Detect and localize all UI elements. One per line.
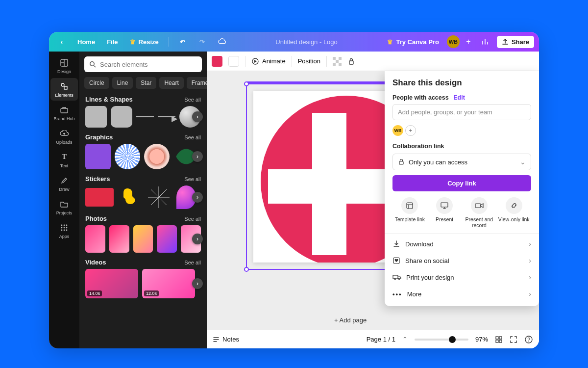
- photo-thumb[interactable]: [109, 225, 129, 253]
- see-all-link[interactable]: See all: [184, 176, 201, 182]
- shape-square[interactable]: [85, 106, 107, 128]
- grid-view-button[interactable]: [495, 336, 503, 343]
- lock-button[interactable]: [347, 57, 355, 65]
- redo-button[interactable]: ↷: [195, 36, 210, 48]
- share-button[interactable]: Share: [497, 36, 534, 48]
- zoom-value[interactable]: 97%: [475, 336, 488, 343]
- zoom-slider[interactable]: [415, 339, 468, 341]
- back-button[interactable]: ‹: [54, 36, 70, 48]
- quick-label: Template link: [395, 216, 425, 222]
- svg-rect-25: [339, 57, 342, 60]
- chip-line[interactable]: Line: [112, 77, 133, 89]
- edit-access-link[interactable]: Edit: [453, 94, 465, 101]
- see-all-link[interactable]: See all: [184, 260, 201, 265]
- arrowhead-icon: ▶: [172, 114, 177, 123]
- video-thumb[interactable]: 12.0s: [142, 269, 195, 298]
- template-link-button[interactable]: Template link: [392, 197, 427, 228]
- position-button[interactable]: Position: [298, 57, 320, 65]
- svg-rect-34: [499, 337, 502, 339]
- rail-draw[interactable]: Draw: [50, 172, 78, 195]
- row-next[interactable]: ›: [192, 234, 203, 244]
- rail-brandhub[interactable]: Brand Hub: [50, 102, 78, 124]
- photo-thumb[interactable]: [157, 225, 177, 253]
- add-page-button[interactable]: + Add page: [334, 316, 367, 324]
- svg-line-18: [151, 189, 159, 197]
- rail-uploads[interactable]: Uploads: [50, 125, 78, 148]
- undo-button[interactable]: ↶: [175, 36, 191, 48]
- row-next[interactable]: ›: [192, 151, 203, 162]
- shape-rounded-square[interactable]: [111, 106, 132, 128]
- sticker-thumb[interactable]: [145, 185, 172, 209]
- cloud-check-icon: [218, 38, 226, 46]
- notes-button[interactable]: Notes: [213, 336, 239, 343]
- see-all-link[interactable]: See all: [184, 97, 201, 103]
- row-next[interactable]: ›: [192, 278, 203, 289]
- home-button[interactable]: Home: [74, 36, 99, 48]
- photo-thumb[interactable]: [85, 225, 105, 253]
- graphic-thumb[interactable]: [115, 144, 140, 169]
- present-record-button[interactable]: Present and record: [462, 197, 497, 228]
- see-all-link[interactable]: See all: [184, 134, 201, 140]
- bg-color-swatch[interactable]: [228, 56, 239, 67]
- row-next[interactable]: ›: [192, 111, 203, 122]
- search-input[interactable]: [84, 56, 202, 72]
- row-next[interactable]: ›: [192, 192, 203, 203]
- slider-thumb[interactable]: [449, 336, 456, 343]
- rail-projects[interactable]: Projects: [50, 196, 78, 218]
- animate-button[interactable]: Animate: [251, 57, 286, 65]
- copy-link-button[interactable]: Copy link: [392, 175, 531, 191]
- avatar[interactable]: WB: [392, 125, 403, 136]
- document-title[interactable]: Untitled design - Logo: [275, 38, 337, 46]
- shape-arrow[interactable]: ▶: [158, 116, 175, 117]
- add-person-button[interactable]: +: [405, 125, 416, 136]
- transparency-button[interactable]: [333, 57, 342, 66]
- help-button[interactable]: ?: [524, 335, 533, 344]
- present-icon: [440, 202, 449, 209]
- share-social-action[interactable]: Share on social›: [392, 252, 531, 269]
- link-access-select[interactable]: Only you can access ⌄: [392, 154, 531, 170]
- see-all-link[interactable]: See all: [184, 216, 201, 222]
- present-button[interactable]: Present: [427, 197, 462, 228]
- fill-color-swatch[interactable]: [212, 56, 222, 67]
- resize-button[interactable]: ♛ Resize: [126, 36, 163, 48]
- shape-line[interactable]: [136, 116, 154, 117]
- avatar[interactable]: WB: [447, 35, 460, 48]
- svg-line-19: [159, 197, 167, 205]
- more-action[interactable]: ••• More›: [392, 286, 531, 302]
- rail-label: Text: [60, 163, 69, 168]
- print-action[interactable]: Print your design›: [392, 269, 531, 286]
- redo-icon: ↷: [198, 38, 206, 46]
- rail-design[interactable]: Design: [50, 54, 78, 77]
- chip-circle[interactable]: Circle: [84, 77, 109, 89]
- chip-star[interactable]: Star: [136, 77, 156, 89]
- add-member-button[interactable]: +: [464, 35, 473, 48]
- page-indicator[interactable]: Page 1 / 1: [367, 336, 395, 343]
- fullscreen-button[interactable]: [510, 336, 517, 343]
- video-thumb[interactable]: 14.0s: [85, 269, 138, 298]
- video-duration: 14.0s: [87, 290, 102, 296]
- view-only-link-button[interactable]: View-only link: [496, 197, 531, 228]
- people-access-label: People with access: [392, 94, 449, 101]
- graphic-thumb[interactable]: [85, 144, 111, 169]
- try-pro-button[interactable]: ♛ Try Canva Pro: [383, 36, 442, 48]
- download-action[interactable]: Download›: [392, 236, 531, 252]
- add-people-input[interactable]: Add people, groups, or your team: [392, 104, 531, 120]
- cloud-sync-button[interactable]: [214, 36, 230, 48]
- rail-text[interactable]: T Text: [50, 149, 78, 171]
- chip-heart[interactable]: Heart: [159, 77, 183, 89]
- search-field[interactable]: [100, 61, 197, 68]
- sticker-thumb[interactable]: [85, 188, 114, 207]
- resize-handle-sw[interactable]: [244, 267, 249, 272]
- access-option: Only you can access: [409, 158, 467, 166]
- resize-handle-nw[interactable]: [244, 81, 249, 86]
- graphic-thumb[interactable]: [144, 144, 170, 169]
- rail-elements[interactable]: Elements: [50, 78, 78, 101]
- file-menu[interactable]: File: [103, 36, 122, 48]
- insights-button[interactable]: [477, 36, 493, 48]
- section-photos: PhotosSee all ›: [79, 212, 207, 256]
- photo-thumb[interactable]: [133, 225, 153, 253]
- rail-apps[interactable]: Apps: [50, 219, 78, 242]
- chevron-up-icon[interactable]: ⌃: [402, 336, 408, 343]
- layout-icon: [59, 58, 69, 68]
- sticker-thumb[interactable]: [118, 185, 141, 209]
